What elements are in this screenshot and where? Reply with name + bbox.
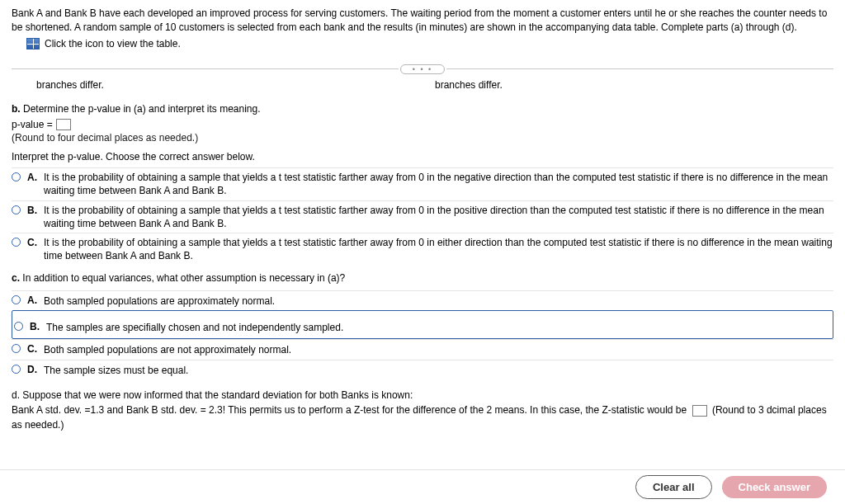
z-statistic-input[interactable] — [692, 405, 707, 417]
option-label: A. — [27, 294, 37, 306]
interpret-option-c[interactable]: C. It is the probability of obtaining a … — [12, 233, 833, 265]
assumption-option-c[interactable]: C. Both sampled populations are not appr… — [12, 339, 833, 359]
option-text: Both sampled populations are approximate… — [44, 294, 275, 308]
radio-icon — [12, 238, 21, 247]
option-label: C. — [27, 237, 37, 248]
selected-highlight: B. The samples are specifially chosen an… — [12, 310, 833, 339]
interpret-option-a[interactable]: A. It is the probability of obtaining a … — [12, 167, 833, 200]
option-label: C. — [27, 343, 37, 355]
prior-answer-right: branches differ. — [435, 79, 833, 91]
interpret-option-b[interactable]: B. It is the probability of obtaining a … — [12, 200, 833, 233]
option-text: It is the probability of obtaining a sam… — [44, 236, 833, 262]
divider — [12, 68, 399, 69]
clear-all-button[interactable]: Clear all — [635, 475, 712, 499]
option-label: B. — [27, 205, 37, 216]
option-label: D. — [27, 364, 37, 375]
option-text: It is the probability of obtaining a sam… — [44, 204, 833, 230]
radio-icon — [14, 322, 23, 331]
show-more-button[interactable]: • • • — [400, 64, 445, 74]
table-icon — [26, 38, 40, 49]
part-d-line1: d. Suppose that we were now informed tha… — [12, 388, 833, 403]
assumption-option-a[interactable]: A. Both sampled populations are approxim… — [12, 290, 833, 310]
check-answer-button[interactable]: Check answer — [722, 476, 827, 498]
radio-icon — [12, 365, 21, 374]
radio-icon — [12, 295, 21, 304]
radio-icon — [12, 205, 21, 214]
prior-answer-left: branches differ. — [36, 79, 435, 91]
part-d-line2: Bank A std. dev. =1.3 and Bank B std. de… — [12, 403, 833, 432]
option-text: It is the probability of obtaining a sam… — [44, 171, 833, 197]
interpret-prompt: Interpret the p-value. Choose the correc… — [12, 150, 833, 164]
footer-bar: Clear all Check answer — [0, 469, 845, 504]
pvalue-hint: (Round to four decimal places as needed.… — [12, 132, 833, 144]
part-b-heading: b. b. Determine the p-value in (a) and i… — [12, 102, 833, 116]
part-c-heading: c. In addition to equal variances, what … — [12, 271, 833, 285]
pvalue-label: p-value = — [12, 119, 53, 130]
assumption-option-b[interactable]: B. The samples are specifially chosen an… — [14, 318, 831, 337]
radio-icon — [12, 344, 21, 353]
option-text: Both sampled populations are not approxi… — [44, 343, 291, 356]
radio-icon — [12, 172, 21, 181]
option-label: B. — [30, 321, 40, 332]
view-table-label: Click the icon to view the table. — [45, 38, 181, 49]
option-label: A. — [27, 172, 37, 183]
problem-intro: Bank A and Bank B have each developed an… — [12, 7, 833, 35]
option-text: The sample sizes must be equal. — [44, 364, 188, 377]
option-text: The samples are specifially chosen and n… — [46, 321, 343, 334]
assumption-option-d[interactable]: D. The sample sizes must be equal. — [12, 360, 833, 379]
divider — [446, 68, 833, 69]
view-table-link[interactable]: Click the icon to view the table. — [26, 38, 833, 49]
pvalue-input[interactable] — [56, 119, 71, 130]
